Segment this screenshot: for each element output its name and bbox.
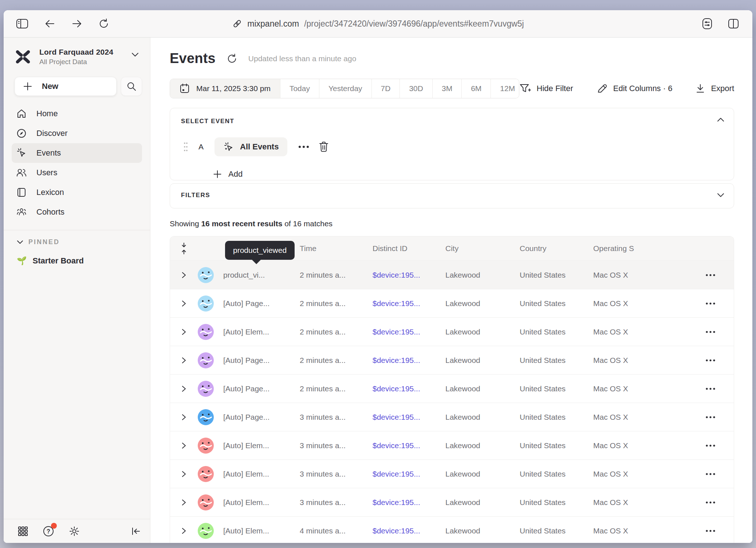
updated-status: Updated less than a minute ago xyxy=(248,54,357,63)
row-more-options-icon[interactable] xyxy=(676,416,734,419)
forward-icon[interactable] xyxy=(71,19,82,28)
table-body: product_vi... 2 minutes a... $device:195… xyxy=(170,261,734,543)
table-row[interactable]: [Auto] Elem... 4 minutes a... $device:19… xyxy=(170,516,734,543)
col-country[interactable]: Country xyxy=(520,244,593,253)
table-row[interactable]: product_vi... 2 minutes a... $device:195… xyxy=(170,261,734,289)
table-row[interactable]: [Auto] Elem... 2 minutes a... $device:19… xyxy=(170,317,734,346)
sidebar-item-lexicon[interactable]: Lexicon xyxy=(12,183,142,202)
events-icon xyxy=(223,141,234,153)
chevron-down-icon[interactable] xyxy=(717,192,724,199)
os-value: Mac OS X xyxy=(593,356,676,365)
expand-row-icon[interactable] xyxy=(170,271,198,279)
reload-icon[interactable] xyxy=(98,18,109,29)
more-options-icon[interactable] xyxy=(298,145,310,149)
date-picker[interactable]: Mar 11, 2025 3:30 pm xyxy=(170,79,280,98)
refresh-icon[interactable] xyxy=(227,53,237,64)
sidebar-item-users[interactable]: Users xyxy=(12,163,142,183)
range-3m[interactable]: 3M xyxy=(433,79,462,98)
sidebar-item-discover[interactable]: Discover xyxy=(12,124,142,143)
distinct-id-link[interactable]: $device:195... xyxy=(373,356,445,365)
export-button[interactable]: Export xyxy=(696,83,734,94)
hide-filter-button[interactable]: Hide Filter xyxy=(519,83,573,94)
table-row[interactable]: [Auto] Elem... 3 minutes a... $device:19… xyxy=(170,488,734,516)
expand-row-icon[interactable] xyxy=(170,357,198,364)
expand-row-icon[interactable] xyxy=(170,470,198,478)
sidebar-item-home[interactable]: Home xyxy=(12,104,142,124)
city-value: Lakewood xyxy=(445,384,520,393)
range-7d[interactable]: 7D xyxy=(372,79,400,98)
row-more-options-icon[interactable] xyxy=(676,387,734,390)
range-12m[interactable]: 12M xyxy=(491,79,519,98)
table-row[interactable]: [Auto] Page... 2 minutes a... $device:19… xyxy=(170,289,734,317)
apps-grid-icon[interactable] xyxy=(17,526,28,537)
sidebar-item-cohorts[interactable]: Cohorts xyxy=(12,202,142,222)
sidebar-item-starter-board[interactable]: 🌱 Starter Board xyxy=(17,256,142,266)
search-button[interactable] xyxy=(121,77,142,96)
table-row[interactable]: [Auto] Elem... 3 minutes a... $device:19… xyxy=(170,459,734,488)
row-more-options-icon[interactable] xyxy=(676,330,734,333)
table-row[interactable]: [Auto] Page... 2 minutes a... $device:19… xyxy=(170,374,734,403)
distinct-id-link[interactable]: $device:195... xyxy=(373,527,445,535)
filters-card[interactable]: FILTERS xyxy=(170,183,734,208)
collapse-all-icon[interactable] xyxy=(170,242,198,255)
drag-handle-icon[interactable] xyxy=(183,141,188,152)
chevron-up-icon[interactable] xyxy=(717,117,724,124)
pinned-section-header[interactable]: PINNED xyxy=(17,238,142,246)
expand-row-icon[interactable] xyxy=(170,414,198,421)
settings-gear-icon[interactable] xyxy=(68,525,80,537)
expand-row-icon[interactable] xyxy=(170,442,198,449)
distinct-id-link[interactable]: $device:195... xyxy=(373,271,445,279)
distinct-id-link[interactable]: $device:195... xyxy=(373,384,445,393)
expand-row-icon[interactable] xyxy=(170,385,198,392)
sidebar-item-events[interactable]: Events xyxy=(12,143,142,163)
table-row[interactable]: [Auto] Page... 2 minutes a... $device:19… xyxy=(170,346,734,374)
distinct-id-link[interactable]: $device:195... xyxy=(373,441,445,450)
row-more-options-icon[interactable] xyxy=(676,444,734,447)
event-selector-pill[interactable]: All Events xyxy=(214,137,287,156)
row-more-options-icon[interactable] xyxy=(676,501,734,504)
range-30d[interactable]: 30D xyxy=(400,79,433,98)
trash-icon[interactable] xyxy=(319,141,329,153)
edit-columns-button[interactable]: Edit Columns · 6 xyxy=(596,83,673,94)
distinct-id-link[interactable]: $device:195... xyxy=(373,498,445,507)
expand-row-icon[interactable] xyxy=(170,499,198,506)
new-button[interactable]: New xyxy=(15,77,117,96)
row-more-options-icon[interactable] xyxy=(676,274,734,277)
project-subtitle: All Project Data xyxy=(39,58,113,66)
cohorts-icon xyxy=(16,207,27,218)
add-event-button[interactable]: Add xyxy=(213,169,723,179)
distinct-id-link[interactable]: $device:195... xyxy=(373,299,445,308)
table-row[interactable]: [Auto] Page... 3 minutes a... $device:19… xyxy=(170,403,734,431)
distinct-id-link[interactable]: $device:195... xyxy=(373,328,445,336)
row-more-options-icon[interactable] xyxy=(676,473,734,475)
expand-row-icon[interactable] xyxy=(170,527,198,535)
city-value: Lakewood xyxy=(445,299,520,308)
distinct-id-link[interactable]: $device:195... xyxy=(373,470,445,478)
col-city[interactable]: City xyxy=(445,244,520,253)
city-value: Lakewood xyxy=(445,527,520,535)
collapse-sidebar-icon[interactable] xyxy=(131,527,141,535)
col-time[interactable]: Time xyxy=(300,244,373,253)
row-more-options-icon[interactable] xyxy=(676,529,734,532)
back-icon[interactable] xyxy=(44,19,55,28)
chevron-down-icon[interactable] xyxy=(131,52,139,59)
split-view-icon[interactable] xyxy=(728,18,739,29)
expand-row-icon[interactable] xyxy=(170,300,198,307)
sidebar-divider xyxy=(4,230,150,230)
row-more-options-icon[interactable] xyxy=(676,302,734,305)
help-icon[interactable]: ? xyxy=(42,525,55,537)
range-6m[interactable]: 6M xyxy=(462,79,491,98)
col-operating-system[interactable]: Operating S xyxy=(593,244,676,253)
range-today[interactable]: Today xyxy=(280,79,319,98)
distinct-id-link[interactable]: $device:195... xyxy=(373,413,445,422)
row-more-options-icon[interactable] xyxy=(676,359,734,362)
event-name: [Auto] Elem... xyxy=(223,527,300,535)
project-switcher[interactable]: Lord Farquaad 2024 All Project Data xyxy=(15,48,142,66)
extensions-icon[interactable] xyxy=(701,17,713,30)
col-distinct-id[interactable]: Distinct ID xyxy=(373,244,445,253)
range-yesterday[interactable]: Yesterday xyxy=(319,79,372,98)
address-bar[interactable]: mixpanel.com/project/3472420/view/397469… xyxy=(232,19,524,29)
expand-row-icon[interactable] xyxy=(170,328,198,336)
browser-sidebar-toggle-icon[interactable] xyxy=(16,18,28,29)
table-row[interactable]: [Auto] Elem... 3 minutes a... $device:19… xyxy=(170,431,734,459)
